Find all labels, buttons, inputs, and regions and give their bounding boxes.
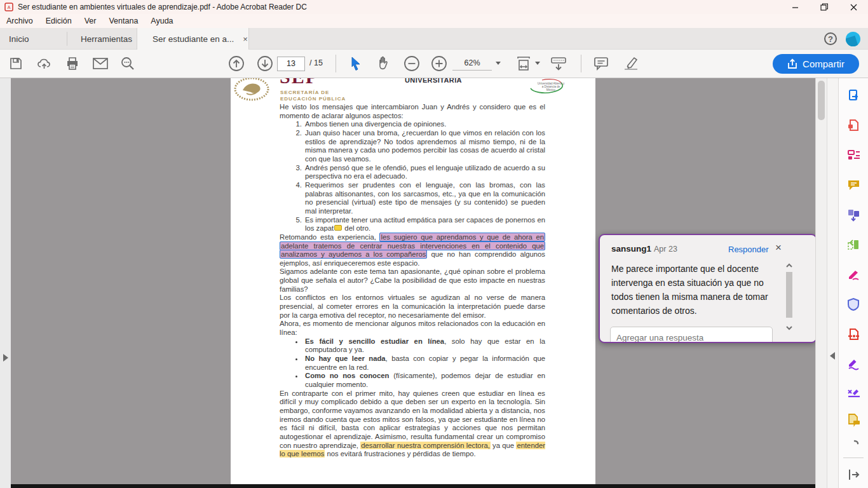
menu-archivo[interactable]: Archivo: [0, 15, 39, 27]
tab-inicio[interactable]: Inicio: [0, 28, 67, 50]
comment-icon: [846, 177, 862, 193]
cloud-upload-button[interactable]: [34, 53, 55, 74]
restore-button[interactable]: [810, 0, 839, 14]
comment-date: Apr 23: [654, 245, 677, 254]
text-run: Retomando esta experiencia,: [280, 233, 379, 241]
fill-sign-icon: [846, 267, 862, 282]
yellow-highlight-annotation[interactable]: desarrollar nuestra comprensión lectora,: [360, 442, 491, 449]
print-button[interactable]: [62, 53, 83, 74]
zoom-in-button[interactable]: [428, 53, 450, 74]
paragraph: Los conflictos en los entornos virtuales…: [280, 294, 545, 320]
menu-ayuda[interactable]: Ayuda: [144, 15, 179, 27]
menu-edicion[interactable]: Edición: [39, 15, 78, 27]
tools-sidebar: [838, 78, 868, 488]
menu-bar: Archivo Edición Ver Ventana Ayuda: [0, 14, 868, 28]
send-for-comments-icon: [846, 412, 862, 428]
hand-tool-button[interactable]: [373, 53, 395, 74]
tab-close-icon[interactable]: ×: [243, 34, 248, 44]
pdf-app-icon: A: [4, 3, 13, 11]
text-run: Ahora, es momento de mencionar algunos m…: [280, 320, 545, 336]
left-panel-expand-arrow[interactable]: [3, 354, 8, 362]
help-icon[interactable]: ?: [824, 32, 837, 45]
select-tool-button[interactable]: [345, 53, 367, 74]
popup-scrollbar-thumb[interactable]: [786, 272, 792, 318]
text-run: ya que: [491, 442, 517, 449]
fill-sign-button[interactable]: [846, 267, 862, 282]
paragraph: Sigamos adelante con este tema tan apasi…: [280, 268, 545, 294]
sign-button[interactable]: [846, 384, 862, 399]
more-tools-icon: [846, 437, 862, 452]
menu-ver[interactable]: Ver: [78, 15, 103, 27]
zoom-out-button[interactable]: [401, 53, 423, 74]
edit-pdf-button[interactable]: [846, 147, 862, 163]
add-comment-button[interactable]: [590, 53, 612, 74]
protect-icon: [846, 297, 862, 312]
page-total-label: / 15: [309, 58, 323, 67]
page-down-button[interactable]: [254, 53, 276, 74]
document-body: He visto los mensajes que intercambiaron…: [231, 102, 595, 459]
email-button[interactable]: [90, 53, 111, 74]
popup-scroll-down-icon[interactable]: [785, 324, 793, 332]
edit-pdf-icon: [846, 147, 862, 163]
expand-tools-panel-button[interactable]: [846, 467, 862, 482]
scrollbar-thumb[interactable]: [818, 81, 825, 120]
combine-files-button[interactable]: [846, 207, 862, 222]
text-run: del otro.: [342, 224, 370, 232]
right-panel-collapse-arrow[interactable]: [830, 352, 835, 360]
sep-subtitle-2: EDUCACIÓN PÚBLICA: [280, 96, 346, 102]
reading-mode-button[interactable]: [548, 53, 569, 74]
document-scrollbar[interactable]: [815, 78, 827, 488]
right-panel-collapse-strip: [827, 78, 838, 488]
reply-link[interactable]: Responder: [728, 245, 769, 254]
tab-herramientas[interactable]: Herramientas: [67, 28, 137, 50]
bold-text: No hay que leer nada: [305, 355, 386, 362]
reply-input[interactable]: [610, 327, 773, 343]
popup-close-icon[interactable]: ×: [775, 241, 782, 254]
pdf-page: SEP SECRETARÍA DE EDUCACIÓN PÚBLICA UNIV…: [231, 78, 595, 484]
create-pdf-icon: [846, 118, 862, 133]
bold-text: Como no nos conocen: [305, 372, 389, 379]
avatar[interactable]: [846, 32, 860, 46]
page-up-button[interactable]: [226, 53, 247, 74]
export-pdf-button[interactable]: [846, 88, 862, 103]
minimize-button[interactable]: [780, 0, 810, 14]
tab-document[interactable]: Ser estudiante en a... ×: [137, 28, 249, 50]
compress-pdf-button[interactable]: [846, 327, 862, 342]
fit-width-button[interactable]: [513, 53, 534, 74]
text-run: Los conflictos en los entornos virtuales…: [280, 294, 545, 318]
highlight-button[interactable]: [620, 53, 642, 74]
certificates-button[interactable]: [846, 355, 862, 370]
send-for-comments-button[interactable]: [846, 412, 862, 428]
title-bar: A Ser estudiante en ambientes virtuales …: [0, 0, 868, 14]
sticky-note-icon[interactable]: [334, 225, 342, 231]
more-tools-button[interactable]: [846, 437, 862, 452]
find-button[interactable]: [117, 53, 139, 74]
sep-subtitle-1: SECRETARÍA DE: [280, 90, 329, 95]
fit-width-caret[interactable]: [535, 62, 540, 65]
zoom-dropdown-caret[interactable]: [496, 62, 501, 65]
create-pdf-button[interactable]: [846, 118, 862, 133]
export-pdf-icon: [846, 88, 862, 103]
paragraph: Ahora, es momento de mencionar algunos m…: [280, 320, 545, 337]
sign-icon: [846, 384, 862, 399]
text-run: He visto los mensajes que intercambiaron…: [280, 103, 545, 119]
page-header: SEP SECRETARÍA DE EDUCACIÓN PÚBLICA UNIV…: [231, 78, 595, 102]
page-number-input[interactable]: 13: [277, 57, 305, 71]
save-button[interactable]: [5, 53, 27, 74]
text-run: nos evitará frustraciones y pérdidas de …: [325, 450, 475, 458]
zoom-level-value[interactable]: 62%: [452, 58, 492, 71]
popup-scroll-up-icon[interactable]: [785, 262, 793, 269]
share-button[interactable]: Compartir: [773, 54, 859, 74]
acrobat-reader-window: A Ser estudiante en ambientes virtuales …: [0, 0, 868, 488]
protect-button[interactable]: [846, 297, 862, 312]
combine-files-icon: [846, 207, 862, 222]
bottom-dark-bar: [11, 484, 815, 488]
close-button[interactable]: [839, 0, 868, 14]
text-run: En contraparte con el primer mito, hay q…: [280, 390, 545, 449]
organize-pages-button[interactable]: [846, 237, 862, 252]
text-run: Requerimos ser prudentes con el lenguaje…: [305, 181, 545, 215]
paragraph: He visto los mensajes que intercambiaron…: [280, 103, 545, 120]
list-item: Andrés pensó que se le ofendió, pues el …: [304, 164, 545, 181]
comment-button[interactable]: [846, 177, 862, 193]
menu-ventana[interactable]: Ventana: [102, 15, 144, 27]
